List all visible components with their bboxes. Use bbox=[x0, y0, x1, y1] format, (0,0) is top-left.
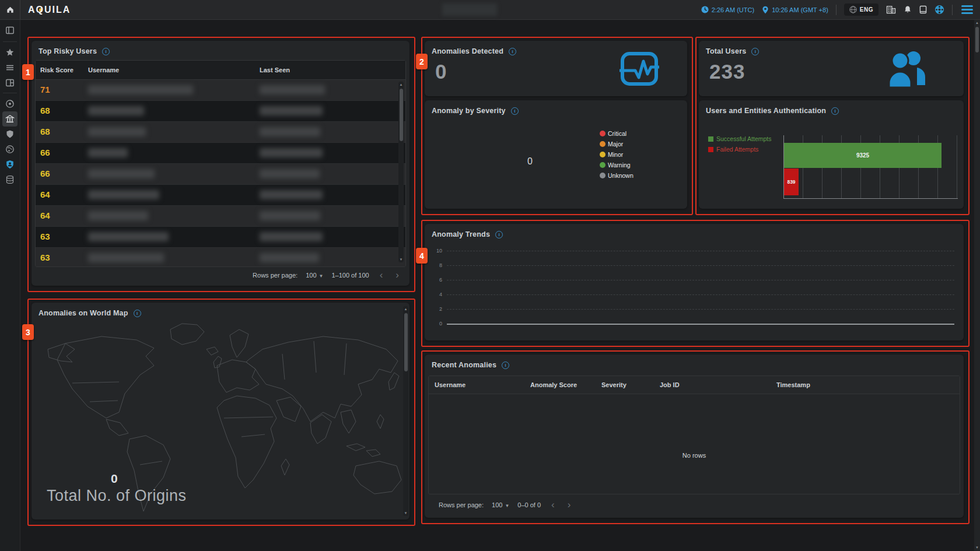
previous-page-button[interactable]: ‹ bbox=[377, 272, 386, 278]
info-icon[interactable]: i bbox=[134, 310, 141, 317]
sidebar-item-dashboard-layout[interactable] bbox=[2, 75, 18, 90]
menu-lines-icon bbox=[5, 63, 15, 72]
column-username[interactable]: Username bbox=[88, 61, 119, 79]
info-icon[interactable]: i bbox=[831, 107, 839, 115]
legend-item[interactable]: Warning bbox=[600, 160, 634, 170]
table-row[interactable]: 71 bbox=[36, 80, 405, 101]
documentation-button[interactable] bbox=[919, 5, 927, 14]
support-button[interactable] bbox=[935, 5, 944, 15]
previous-page-button[interactable]: ‹ bbox=[549, 502, 557, 508]
map-outlines bbox=[48, 324, 401, 511]
info-icon[interactable]: i bbox=[502, 362, 509, 369]
risk-score: 66 bbox=[40, 169, 50, 178]
sidebar-item-radar[interactable] bbox=[2, 96, 18, 111]
home-button[interactable] bbox=[0, 0, 20, 19]
utc-time: 2:26 AM (UTC) bbox=[701, 6, 754, 13]
table-row[interactable]: 64 bbox=[36, 185, 405, 206]
legend-item[interactable]: Successful Attempts bbox=[708, 134, 772, 144]
redacted-last-seen bbox=[260, 85, 325, 94]
bar-value: 839 bbox=[787, 179, 795, 185]
legend-item[interactable]: Unknown bbox=[600, 170, 634, 181]
organization-button[interactable] bbox=[886, 5, 896, 14]
column-job-id[interactable]: Job ID bbox=[660, 376, 680, 394]
column-severity[interactable]: Severity bbox=[601, 376, 626, 394]
rows-per-page-select[interactable]: 100▼ bbox=[306, 272, 323, 279]
sidebar-item-menu-list[interactable] bbox=[2, 60, 18, 75]
logo-text: AQUILA bbox=[28, 5, 71, 15]
language-selector[interactable]: ENG bbox=[844, 3, 878, 16]
shield-icon bbox=[5, 129, 15, 139]
scroll-up-icon[interactable]: ▲ bbox=[398, 83, 404, 86]
info-icon[interactable]: i bbox=[509, 48, 516, 55]
legend-item[interactable]: Failed Attempts bbox=[708, 144, 772, 155]
panel-title: Anomaly by Severity bbox=[432, 107, 506, 115]
column-risk-score[interactable]: Risk Score bbox=[40, 61, 74, 79]
sidebar-item-user-badge[interactable] bbox=[2, 157, 18, 172]
column-timestamp[interactable]: Timestamp bbox=[776, 376, 810, 394]
table-row[interactable]: 63 bbox=[36, 227, 405, 248]
sidebar-item-panel-layout[interactable] bbox=[2, 23, 18, 38]
map-scrollbar[interactable]: ▲ ▼ bbox=[403, 306, 408, 516]
anomalies-detected-value: 0 bbox=[435, 60, 447, 83]
local-time-text: 10:26 AM (GMT +8) bbox=[772, 6, 828, 13]
scroll-down-icon[interactable]: ▼ bbox=[398, 258, 404, 261]
scrollbar-thumb[interactable] bbox=[975, 27, 979, 52]
column-last-seen[interactable]: Last Seen bbox=[260, 61, 290, 79]
next-page-button[interactable]: › bbox=[565, 502, 573, 508]
empty-state-text: No rows bbox=[429, 452, 960, 459]
panel-world-map: Anomalies on World Map i bbox=[32, 303, 410, 520]
table-row[interactable]: 63 bbox=[36, 248, 405, 266]
star-icon bbox=[5, 48, 15, 57]
scroll-up-icon[interactable]: ▲ bbox=[974, 21, 980, 24]
table-row[interactable]: 64 bbox=[36, 206, 405, 227]
redacted-username bbox=[88, 106, 144, 115]
sidebar-item-compass[interactable] bbox=[2, 142, 18, 157]
table-row[interactable]: 68 bbox=[36, 122, 405, 143]
sidebar-item-database[interactable] bbox=[2, 172, 18, 187]
table-row[interactable]: 68 bbox=[36, 101, 405, 122]
building-icon bbox=[886, 5, 896, 14]
column-username[interactable]: Username bbox=[435, 376, 466, 394]
notifications-button[interactable] bbox=[904, 5, 912, 14]
info-icon[interactable]: i bbox=[495, 231, 503, 238]
help-reel-icon bbox=[935, 5, 944, 15]
legend-item[interactable]: Major bbox=[600, 139, 634, 149]
caret-down-icon: ▼ bbox=[505, 503, 509, 508]
trend-gridline: 8 bbox=[429, 262, 954, 269]
scroll-up-icon[interactable]: ▲ bbox=[403, 307, 408, 311]
rows-per-page-select[interactable]: 100▼ bbox=[492, 501, 509, 508]
info-icon[interactable]: i bbox=[511, 107, 519, 115]
table-scrollbar[interactable]: ▲ ▼ bbox=[398, 82, 404, 262]
redacted-topbar-item bbox=[442, 3, 497, 16]
next-page-button[interactable]: › bbox=[393, 272, 401, 278]
legend-item[interactable]: Minor bbox=[600, 149, 634, 160]
trend-gridline: 6 bbox=[429, 277, 954, 284]
page-scrollbar[interactable]: ▲ ▼ bbox=[974, 19, 980, 551]
scroll-down-icon[interactable]: ▼ bbox=[403, 511, 408, 515]
bar-failed-attempts[interactable]: 839 bbox=[784, 169, 799, 195]
app-logo: AQUILA bbox=[28, 0, 71, 19]
total-users-value: 233 bbox=[709, 60, 745, 83]
sidebar-item-favorites[interactable] bbox=[2, 45, 18, 60]
bar-successful-attempts[interactable]: 9325 bbox=[784, 143, 942, 168]
trend-baseline: 0 bbox=[429, 321, 954, 328]
panel-anomaly-by-severity: Anomaly by Severity i 0 Critical Major M… bbox=[425, 100, 687, 209]
column-anomaly-score[interactable]: Anomaly Score bbox=[530, 376, 577, 394]
sidebar-item-institution[interactable] bbox=[2, 111, 18, 127]
table-row[interactable]: 66 bbox=[36, 143, 405, 164]
redacted-last-seen bbox=[260, 169, 320, 178]
info-icon[interactable]: i bbox=[751, 48, 759, 55]
panel-title: Total Users bbox=[706, 47, 746, 55]
pagination-range: 1–100 of 100 bbox=[331, 272, 369, 279]
main-menu-button[interactable] bbox=[960, 4, 974, 15]
panel-total-users: Total Users i 233 bbox=[699, 41, 964, 96]
legend-item[interactable]: Critical bbox=[600, 128, 634, 139]
trend-gridline: 2 bbox=[429, 306, 954, 313]
sidebar-item-shield[interactable] bbox=[2, 127, 18, 142]
table-row[interactable]: 66 bbox=[36, 164, 405, 185]
legend-swatch bbox=[708, 136, 713, 142]
info-icon[interactable]: i bbox=[102, 48, 110, 55]
redacted-last-seen bbox=[260, 232, 323, 241]
scroll-down-icon[interactable]: ▼ bbox=[974, 546, 980, 549]
risky-users-table: Risk Score Username Last Seen 71 68 68 6… bbox=[35, 60, 406, 267]
